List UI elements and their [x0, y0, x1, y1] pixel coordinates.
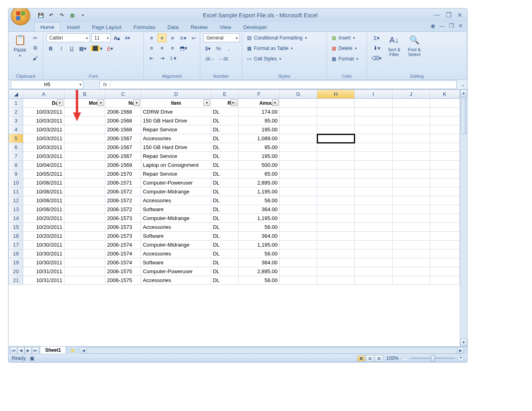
ribbon-tab-developer[interactable]: Developer [237, 23, 272, 31]
autosum-icon[interactable]: Σ▾ [370, 33, 383, 42]
cell[interactable] [317, 232, 355, 241]
cell[interactable]: DL [211, 223, 239, 232]
bold-button[interactable]: B [46, 44, 55, 53]
cell[interactable]: DL [211, 161, 239, 170]
cell[interactable] [392, 196, 430, 205]
column-header-J[interactable]: J [392, 90, 430, 99]
cell[interactable] [355, 258, 392, 267]
cell[interactable]: 2006-1573 [105, 223, 141, 232]
cell[interactable] [392, 152, 430, 161]
maximize-button[interactable]: ❐ [446, 11, 451, 19]
cell[interactable] [355, 267, 392, 276]
column-header-G[interactable]: G [279, 90, 317, 99]
align-right-icon[interactable]: ≡ [168, 44, 177, 52]
row-header[interactable]: 2 [9, 108, 23, 116]
cell[interactable] [355, 134, 392, 143]
zoom-level[interactable]: 100% [386, 355, 399, 361]
cell[interactable]: DL [211, 116, 239, 125]
cell[interactable] [64, 152, 105, 161]
cell[interactable] [317, 125, 355, 134]
cell[interactable] [317, 276, 355, 285]
zoom-in-button[interactable]: + [457, 355, 464, 361]
cell[interactable] [317, 116, 355, 125]
cell[interactable] [317, 223, 355, 232]
cell[interactable]: DL [211, 152, 239, 161]
cell[interactable] [392, 249, 430, 258]
cell[interactable] [430, 108, 459, 116]
vertical-scrollbar[interactable]: ▲ ▼ [460, 89, 467, 346]
sheet-nav-last-icon[interactable]: ⏭ [32, 347, 39, 354]
cell[interactable]: 2006-1567 [105, 143, 141, 152]
cell[interactable]: DL [211, 205, 239, 214]
cell[interactable] [430, 143, 459, 152]
cell[interactable]: Computer-Midrange [141, 241, 211, 249]
cell[interactable] [279, 241, 317, 249]
conditional-formatting-button[interactable]: ▤Conditional Formatting▾ [245, 33, 323, 42]
new-sheet-icon[interactable]: ✨ [68, 347, 77, 354]
cell[interactable] [317, 152, 355, 161]
cell[interactable]: DL [211, 134, 239, 143]
doc-restore-button[interactable]: ❐ [449, 23, 454, 29]
cell[interactable] [355, 249, 392, 258]
row-header[interactable]: 7 [9, 152, 23, 161]
row-header[interactable]: 16 [9, 232, 23, 241]
cell[interactable] [355, 116, 392, 125]
cell[interactable]: 2006-1574 [105, 258, 141, 267]
cell[interactable] [279, 116, 317, 125]
shrink-font-icon[interactable]: A▾ [123, 33, 132, 42]
column-header-E[interactable]: E [211, 90, 239, 99]
filter-icon[interactable]: ▾ [98, 100, 104, 106]
cell[interactable] [317, 143, 355, 152]
page-layout-view-icon[interactable]: ▤ [366, 355, 374, 361]
save-icon[interactable]: 💾 [37, 11, 45, 19]
cell[interactable]: DL [211, 196, 239, 205]
filter-icon[interactable]: ▾ [272, 100, 278, 106]
redo-icon[interactable]: ↷ [58, 11, 66, 19]
cell[interactable]: 150 GB Hard Drive [141, 143, 211, 152]
cell[interactable]: 10/30/2011 [23, 249, 64, 258]
find-select-button[interactable]: 🔍 Find & Select [405, 33, 423, 73]
cell[interactable] [392, 205, 430, 214]
row-header[interactable]: 3 [9, 116, 23, 125]
expand-formula-bar-icon[interactable]: ⌄ [459, 82, 467, 87]
cell[interactable]: 1,089.00 [239, 134, 280, 143]
cell[interactable]: DL [211, 179, 239, 187]
cell[interactable] [64, 223, 105, 232]
excel-icon[interactable]: ▦ [68, 11, 76, 19]
align-center-icon[interactable]: ≡ [158, 44, 166, 52]
row-header[interactable]: 17 [9, 241, 23, 249]
cell[interactable]: 174.00 [239, 108, 280, 116]
cell[interactable]: 56.00 [239, 276, 280, 285]
cell[interactable] [430, 205, 459, 214]
cell[interactable]: 1,195.00 [239, 187, 280, 196]
cell[interactable]: 1,195.00 [239, 214, 280, 223]
row-header[interactable]: 8 [9, 161, 23, 170]
delete-cells-button[interactable]: ▦Delete▾ [330, 44, 364, 53]
filter-icon[interactable]: ▾ [57, 100, 63, 106]
cell[interactable]: 10/20/2011 [23, 214, 64, 223]
cell[interactable] [64, 267, 105, 276]
decrease-indent-icon[interactable]: ⇤ [147, 54, 156, 62]
cell[interactable] [355, 170, 392, 179]
ribbon-tab-data[interactable]: Data [162, 23, 184, 31]
cell[interactable] [317, 214, 355, 223]
cell[interactable] [64, 134, 105, 143]
cell[interactable]: 2006-1574 [105, 241, 141, 249]
orientation-icon[interactable]: ⤭▾ [179, 33, 187, 42]
cell[interactable] [430, 232, 459, 241]
cell[interactable]: 2006-1571 [105, 179, 141, 187]
cell[interactable]: DL [211, 276, 239, 285]
cell[interactable] [355, 205, 392, 214]
cell[interactable] [392, 179, 430, 187]
cell[interactable] [64, 108, 105, 116]
minimize-button[interactable]: — [434, 11, 440, 19]
paste-button[interactable]: 📋 Paste ▾ [12, 33, 28, 73]
cell[interactable]: 10/03/2011 [23, 108, 64, 116]
cell[interactable] [430, 258, 459, 267]
cell[interactable] [317, 249, 355, 258]
cell[interactable]: 2006-1573 [105, 214, 141, 223]
wrap-text-icon[interactable]: ↩ [189, 33, 198, 42]
cell[interactable] [430, 214, 459, 223]
cell[interactable] [279, 223, 317, 232]
cell[interactable]: Repair Service [141, 170, 211, 179]
